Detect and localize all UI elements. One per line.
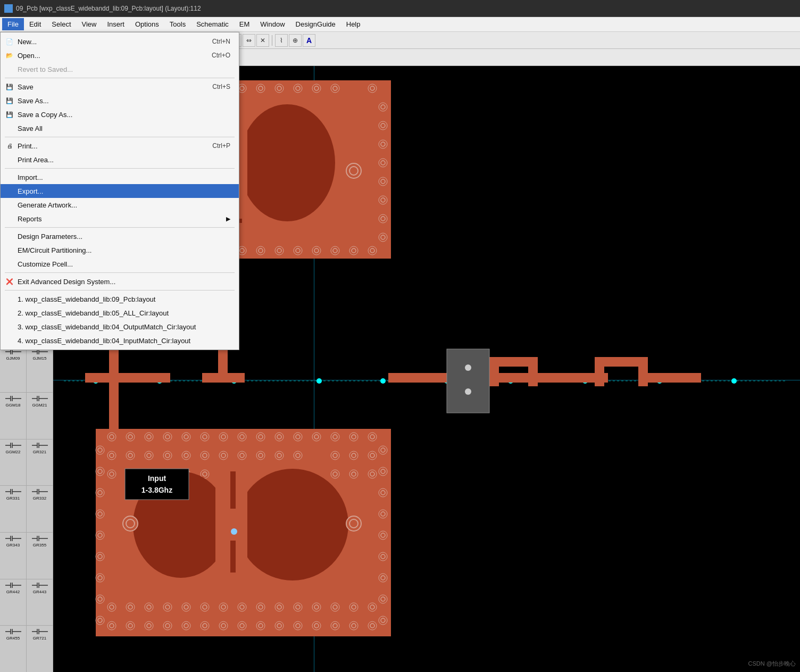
menu-export[interactable]: Export... [1,184,239,198]
menu-print[interactable]: 🖨 Print... Ctrl+P [1,139,239,153]
menu-sep-6 [5,290,235,291]
menu-import[interactable]: Import... [1,170,239,184]
menu-designparams[interactable]: Design Parameters... [1,229,239,243]
component-cell-ggm21[interactable]: GGM21 [27,393,53,439]
menu-tools[interactable]: Tools [164,18,191,30]
menu-emcircuit-label: EM/Circuit Partitioning... [18,246,91,254]
menu-designguide[interactable]: DesignGuide [290,18,341,30]
menu-sep-3 [5,168,235,169]
menu-exit[interactable]: ❌ Exit Advanced Design System... [1,275,239,288]
svg-point-280 [294,451,302,460]
menu-recent2[interactable]: 2. wxp_classE_widebandd_lib:05_ALL_Cir:l… [1,306,239,320]
svg-point-276 [256,451,265,460]
menu-sep-2 [5,137,235,137]
svg-point-350 [182,621,190,630]
tb-port[interactable]: ⊕ [289,34,302,47]
menu-recent4[interactable]: 4. wxp_classE_widebandd_lib:04_InputMatc… [1,334,239,347]
menu-exit-label: Exit Advanced Design System... [18,278,115,286]
svg-point-228 [465,388,471,395]
component-cell-gr721[interactable]: GR721 [27,626,53,672]
menu-customizepcell[interactable]: Customize Pcell... [1,257,239,271]
component-label: GGM21 [32,403,47,408]
svg-rect-412 [125,469,189,500]
svg-point-288 [107,470,116,478]
component-cell-gjm09[interactable]: GJM09 [0,346,26,392]
svg-point-368 [349,621,358,630]
component-cell-ggm22[interactable]: GGM22 [0,439,26,486]
menu-help[interactable]: Help [341,18,366,30]
tb-text[interactable]: A [303,34,315,47]
component-cell-gr442[interactable]: GR442 [0,579,26,626]
component-cell-ggm18[interactable]: GGM18 [0,393,26,439]
svg-point-306 [96,446,104,454]
menu-file[interactable]: File [2,18,24,30]
svg-point-374 [126,603,135,611]
menu-edit[interactable]: Edit [24,18,46,30]
menu-open-label: Open... [18,52,40,60]
svg-point-284 [349,451,358,460]
menu-generateartwork[interactable]: Generate Artwork... [1,198,239,212]
menu-open[interactable]: 📂 Open... Ctrl+O [1,48,239,62]
component-cell-gr331[interactable]: GR331 [0,486,26,532]
menu-open-shortcut: Ctrl+O [212,52,230,59]
menu-recent3[interactable]: 3. wxp_classE_widebandd_lib:04_OutputMat… [1,320,239,334]
menu-printarea-label: Print Area... [18,156,54,164]
component-cell-gjm15[interactable]: GJM15 [27,346,53,392]
svg-point-407 [231,528,237,535]
menu-recent1[interactable]: 1. wxp_classE_widebandd_lib:09_Pcb:layou… [1,292,239,306]
svg-point-408 [123,516,138,531]
menu-printarea[interactable]: Print Area... [1,153,239,167]
svg-point-382 [201,603,209,611]
svg-point-171 [368,246,377,255]
menu-insert[interactable]: Insert [102,18,130,30]
menu-emcircuit[interactable]: EM/Circuit Partitioning... [1,243,239,257]
svg-point-324 [379,446,387,454]
svg-point-167 [331,246,339,255]
svg-point-274 [238,451,246,460]
svg-point-169 [349,246,358,255]
menu-print-label: Print... [18,142,38,150]
svg-point-258 [368,433,377,441]
svg-point-312 [96,510,104,518]
menu-customizepcell-label: Customize Pcell... [18,260,73,268]
component-cell-gr343[interactable]: GR343 [0,533,26,579]
svg-point-326 [379,467,387,476]
menu-options[interactable]: Options [130,18,164,30]
menu-export-label: Export... [18,187,43,195]
svg-point-230 [107,433,116,441]
saveas-icon: 💾 [5,96,14,105]
component-cell-gr355[interactable]: GR355 [27,533,53,579]
component-cell-gr321[interactable]: GR321 [27,439,53,486]
menu-view[interactable]: View [77,18,102,30]
file-dropdown-menu: 📄 New... Ctrl+N 📂 Open... Ctrl+O Revert … [0,32,239,350]
component-cell-gr443[interactable]: GR443 [27,579,53,626]
svg-point-344 [126,621,135,630]
component-label: GGM22 [5,450,20,454]
menu-saveas-label: Save As... [18,97,49,105]
menu-saveall[interactable]: Save All [1,121,239,135]
export-icon [5,186,14,196]
menu-saveas[interactable]: 💾 Save As... [1,94,239,107]
svg-point-127 [312,84,321,93]
saveall-icon [5,123,14,133]
svg-point-390 [275,603,284,611]
menu-window[interactable]: Window [255,18,290,30]
tb-wire[interactable]: ⌇ [275,34,288,47]
svg-point-142 [346,163,361,178]
svg-rect-223 [499,357,528,367]
menu-schematic[interactable]: Schematic [191,18,234,30]
menu-reports[interactable]: Reports ▶ [1,212,239,226]
svg-point-334 [379,552,387,561]
menu-saveacopy[interactable]: 💾 Save a Copy As... [1,107,239,121]
menu-save[interactable]: 💾 Save Ctrl+S [1,80,239,94]
new-icon: 📄 [5,37,14,46]
svg-point-318 [96,574,104,582]
tb-mirror[interactable]: ⇔ [243,34,255,47]
svg-point-268 [182,451,190,460]
menu-select[interactable]: Select [46,18,76,30]
tb-delete[interactable]: ✕ [256,34,269,47]
component-cell-gr332[interactable]: GR332 [27,486,53,532]
menu-em[interactable]: EM [234,18,255,30]
menu-new[interactable]: 📄 New... Ctrl+N [1,35,239,48]
component-cell-gr455[interactable]: GR455 [0,626,26,672]
